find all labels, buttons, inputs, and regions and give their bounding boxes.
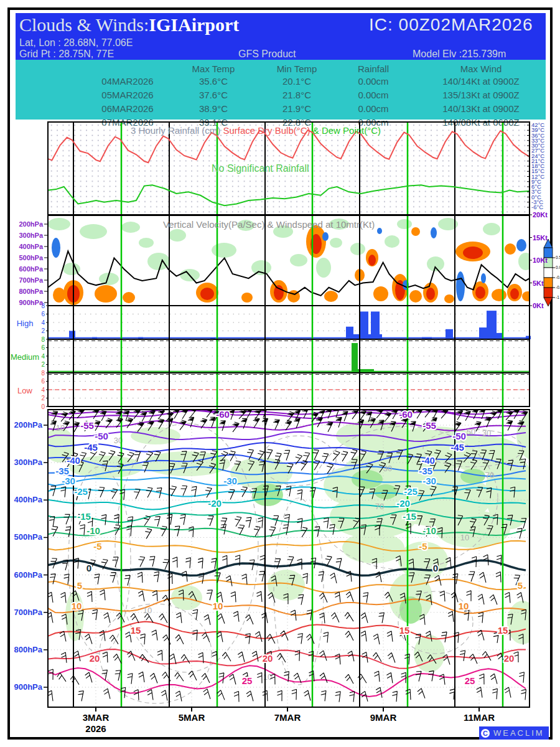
contour-label: -50 xyxy=(452,431,466,441)
vertical-velocity-title: Vertical Velocity(Pa/Sec) & Windspeed at… xyxy=(163,219,375,230)
colorbar-box xyxy=(544,288,553,298)
contour-label: 5 xyxy=(518,580,523,591)
high-cloud-bar xyxy=(360,311,368,339)
colorbar-tick-label: 0.05 xyxy=(556,265,560,270)
panel-border xyxy=(48,306,530,339)
contour-label: 5 xyxy=(77,580,82,591)
contour-label: -25 xyxy=(404,486,418,497)
contour-label: 10 xyxy=(213,601,223,611)
p2-hpa-label: 500hPa xyxy=(19,254,43,261)
contour-label: 20 xyxy=(504,653,515,664)
medium-cloud-bar xyxy=(352,343,358,373)
gray-contour-label: 10 xyxy=(263,672,272,682)
p2-hpa-label: 900hPa xyxy=(19,299,43,306)
dewpoint-title: & Dew Point(°C) xyxy=(313,125,381,136)
cloud-axis-tick: 4 xyxy=(41,353,45,360)
contour-label: 15 xyxy=(399,625,410,636)
colorbar-box xyxy=(544,268,553,278)
weaclim-logo: C WEACLIM xyxy=(479,726,549,740)
contour-label: -30 xyxy=(223,476,237,486)
contour-label: -10 xyxy=(422,525,436,536)
cloud-axis-tick: 2 xyxy=(41,361,45,368)
contour-label: -50 xyxy=(95,431,108,441)
rainfall-title: 3 Hourly Rainfall (cm) xyxy=(131,125,220,136)
contour-label: -60 xyxy=(216,409,230,420)
temp-axis-label: -6°C xyxy=(531,204,543,210)
date-label: 9MAR xyxy=(370,712,397,723)
year-label: 2026 xyxy=(85,723,106,734)
brand-text: WEACLIM xyxy=(493,728,544,738)
cloud-axis-tick: 8 xyxy=(41,336,45,343)
contour-label: 20 xyxy=(90,653,100,664)
p2-hpa-label: 400hPa xyxy=(19,243,43,250)
gray-contour-label: 30 xyxy=(482,428,491,438)
contour-label: -5 xyxy=(93,541,101,552)
no-rainfall-annotation: No Significant Rainfall xyxy=(212,163,309,174)
main-hpa-label: 500hPa xyxy=(14,532,42,542)
cloud-panel-label: Medium xyxy=(11,352,39,362)
main-hpa-label: 900hPa xyxy=(14,682,42,692)
contour-label: -35 xyxy=(419,466,432,476)
cloud-axis-tick: 2 xyxy=(41,395,45,402)
contour-label: -30 xyxy=(422,476,436,486)
contour-label: 10 xyxy=(459,601,469,611)
contour-label: 0 xyxy=(86,563,91,573)
gray-contour-label: 70 xyxy=(375,502,384,511)
main-hpa-label: 300hPa xyxy=(14,458,42,467)
gray-contour-label: 10 xyxy=(460,533,469,542)
contour-label: 0 xyxy=(433,563,438,573)
contour-label: -35 xyxy=(55,466,69,476)
high-cloud-bar xyxy=(371,311,380,339)
p2-hpa-label: 800hPa xyxy=(19,288,43,295)
date-label: 5MAR xyxy=(179,712,205,723)
main-hpa-label: 400hPa xyxy=(14,495,42,504)
day-gridlines xyxy=(73,122,503,707)
date-label: 11MAR xyxy=(464,712,495,723)
contour-label: -55 xyxy=(422,420,436,431)
cloud-axis-tick: 6 xyxy=(41,311,45,317)
high-cloud-bar xyxy=(479,327,488,339)
cloud-axis-tick: 2 xyxy=(41,327,45,334)
kt-axis-label: 0Kt xyxy=(533,302,544,309)
colorbar-tick-label: -0.05 xyxy=(556,275,560,280)
main-hpa-label: 700hPa xyxy=(14,608,42,617)
main-hpa-label: 200hPa xyxy=(14,420,42,430)
gray-contour-label: 50 xyxy=(467,427,475,436)
p2-hpa-label: 200hPa xyxy=(19,220,43,228)
meteogram-page: Clouds & Winds:IGIAirport IC: 00Z02MAR20… xyxy=(0,0,560,747)
contour-label: -45 xyxy=(450,442,464,453)
p2-hpa-label: 600hPa xyxy=(19,265,43,273)
colorbar-tick-label: 0.5 xyxy=(556,255,560,260)
colorbar-tick-label: -1 xyxy=(556,295,559,299)
contour-label: 15 xyxy=(498,625,508,636)
surface-panel-title: 3 Hourly Rainfall (cm) Surface Dry Bulb(… xyxy=(131,125,381,136)
panel-border xyxy=(48,339,530,373)
date-label: 7MAR xyxy=(274,712,301,723)
high-cloud-bar xyxy=(487,311,497,339)
contour-label: -40 xyxy=(421,455,435,466)
kt-axis-label: 5Kt xyxy=(533,280,544,287)
gray-contour-label: 10 xyxy=(56,423,65,433)
date-label: 3MAR xyxy=(83,712,110,723)
high-cloud-bar xyxy=(346,327,353,339)
p2-hpa-label: 700hPa xyxy=(19,276,43,284)
chart-canvas: 103050303070701010108642High8642Medium86… xyxy=(0,0,560,747)
contour-label: 10 xyxy=(72,601,82,611)
cloud-axis-tick: 6 xyxy=(41,378,45,385)
cloud-panel-label: Low xyxy=(17,386,32,395)
contour-label: 25 xyxy=(242,675,253,686)
cloud-axis-tick: 6 xyxy=(41,344,45,351)
gray-contour-label: 70 xyxy=(485,471,494,480)
kt-axis-label: 15Kt xyxy=(533,234,548,242)
colorbar-tick-label: -0.5 xyxy=(556,285,560,289)
high-cloud-bar xyxy=(69,331,75,340)
contour-label: -60 xyxy=(399,409,413,420)
contour-label: -45 xyxy=(84,442,98,453)
contour-label: 20 xyxy=(263,653,273,664)
contour-label: 25 xyxy=(465,675,475,686)
cloud-axis-tick: 0 xyxy=(41,403,45,410)
contour-label: -20 xyxy=(396,498,410,509)
colorbar-down-arrow xyxy=(544,298,553,306)
copyright-icon: C xyxy=(481,729,490,738)
cloud-axis-tick: 4 xyxy=(41,319,45,326)
